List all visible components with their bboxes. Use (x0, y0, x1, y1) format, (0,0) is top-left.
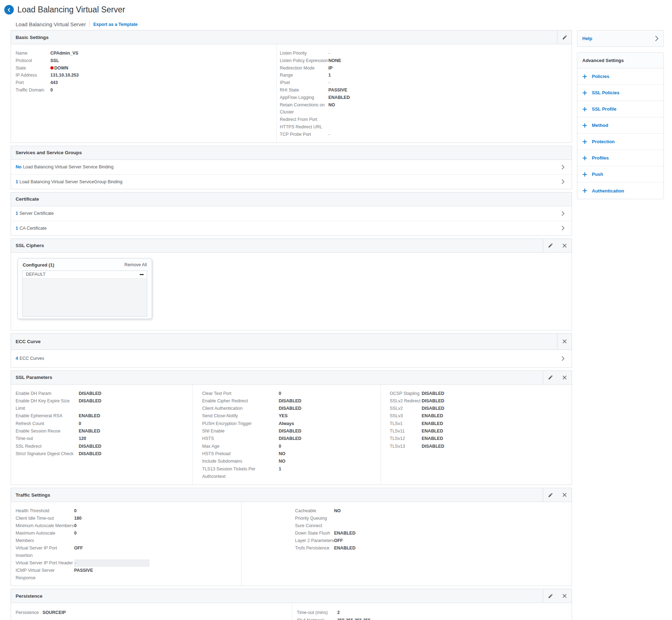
remove-cipher-button[interactable] (140, 274, 144, 275)
ssl-parameters-close-button[interactable] (557, 371, 572, 384)
field-value: DISABLED (422, 390, 444, 397)
traffic-settings-body: Health Threshold0Client Idle Time-out180… (11, 502, 572, 586)
ssl-parameters-column-3: OCSP StaplingDISABLEDSSLv2 RedirectDISAB… (381, 385, 572, 485)
traffic-settings-edit-button[interactable] (543, 488, 557, 502)
traffic-settings-panel: Traffic Settings Health Threshold0 (11, 488, 572, 586)
persistence-close-button[interactable] (557, 589, 572, 603)
field-row: Send Close-NotifyYES (202, 412, 381, 420)
close-icon (562, 244, 567, 248)
advanced-setting-label: Profiles (592, 155, 609, 161)
field-row: Time-out (mins)2 (297, 609, 572, 617)
field-label: Client Authentication (202, 405, 279, 412)
configured-ciphers-head: Configured (1) Remove All (18, 258, 152, 270)
ecc-curve-header: ECC Curve (11, 334, 572, 350)
binding-count: No (16, 164, 22, 169)
field-row: TCP Probe Port- (280, 131, 572, 138)
field-row: Virtual Server IP Port Header- (16, 559, 241, 567)
field-row: TLSv11ENABLED (390, 428, 572, 435)
persistence-body: PersistenceSOURCEIP Time-out (mins)2IPv4… (11, 603, 572, 620)
persistence-edit-button[interactable] (543, 589, 557, 603)
field-row: ICMP Virtual Server ResponsePASSIVE (16, 567, 241, 582)
persistence-left-column: PersistenceSOURCEIP (11, 603, 292, 620)
advanced-setting-label: Authentication (592, 188, 624, 194)
back-button[interactable] (4, 5, 14, 15)
basic-settings-body: NameCPAdmin_VSProtocolSSLStateDOWNIP Add… (11, 44, 572, 143)
ssl-parameters-column-1: Enable DH ParamDISABLEDEnable DH Key Exp… (11, 385, 192, 485)
breadcrumb-row: Load Balancing Virtual Server Export as … (16, 21, 672, 27)
field-label: Name (16, 50, 50, 57)
field-row: AppFlow LoggingENABLED (280, 94, 572, 101)
binding-row[interactable]: 1Load Balancing Virtual Server ServiceGr… (11, 174, 572, 189)
traffic-settings-close-button[interactable] (557, 488, 572, 502)
advanced-setting-item[interactable]: SSL Policies (577, 85, 663, 101)
field-label: Health Threshold (16, 507, 74, 515)
advanced-setting-item[interactable]: Profiles (577, 150, 663, 166)
binding-row[interactable]: 1CA Certificate (11, 221, 572, 235)
ssl-ciphers-edit-button[interactable] (543, 239, 557, 252)
advanced-setting-item[interactable]: Policies (577, 68, 663, 85)
chevron-left-icon (7, 8, 11, 12)
field-value: Always (279, 420, 294, 428)
field-value: DISABLED (279, 435, 301, 442)
binding-label: Load Balancing Virtual Server ServiceGro… (20, 179, 122, 184)
field-label: Send Close-Notify (202, 412, 279, 420)
basic-settings-right-column: Listen Priority-Listen Policy Expression… (276, 44, 572, 143)
ecc-curve-close-button[interactable] (557, 334, 572, 350)
advanced-setting-item[interactable]: Method (577, 117, 663, 134)
panel-title: Services and Service Groups (16, 150, 82, 155)
binding-row[interactable]: 4ECC Curves (11, 350, 572, 367)
advanced-setting-item[interactable]: Protection (577, 134, 663, 150)
field-label: Retain Connections on Cluster (280, 101, 328, 116)
field-label: TLSv1 (390, 420, 422, 428)
ssl-parameters-header: SSL Parameters (11, 371, 572, 385)
field-label: IP Address (16, 72, 50, 79)
ecc-curve-rows: 4ECC Curves (11, 350, 572, 367)
export-as-template-link[interactable]: Export as a Template (93, 22, 138, 27)
advanced-setting-item[interactable]: SSL Profile (577, 101, 663, 117)
field-row: HSTSDISABLED (202, 435, 381, 442)
advanced-setting-item[interactable]: Push (577, 166, 663, 183)
field-label: Priority Queuing (295, 515, 334, 522)
field-label: Traffic Domain (16, 86, 50, 94)
right-sidebar: Help Advanced Settings PoliciesSSL Polic… (577, 30, 664, 199)
field-label: Enable Session Reuse (16, 428, 79, 435)
field-label: SSLv3 (390, 412, 422, 420)
plus-icon (582, 74, 587, 79)
page-title: Load Balancing Virtual Server (17, 5, 125, 15)
help-label: Help (582, 36, 592, 41)
field-row: Strict Signature Digest CheckDISABLED (16, 450, 192, 458)
field-value: 1 (328, 72, 331, 79)
panel-title: Basic Settings (16, 35, 49, 40)
field-row: SNI EnableDISABLED (202, 428, 381, 435)
field-row: Health Threshold0 (16, 507, 241, 515)
remove-all-link[interactable]: Remove All (124, 262, 147, 267)
advanced-setting-item[interactable]: Authentication (577, 183, 663, 199)
field-value: 0 (279, 390, 281, 397)
field-value: SSL (50, 57, 59, 65)
ssl-ciphers-close-button[interactable] (557, 239, 572, 252)
field-label: OCSP Stapling (390, 390, 422, 397)
field-row: Enable Ephemeral RSAENABLED (16, 412, 192, 420)
plus-icon (582, 156, 587, 161)
ssl-parameters-edit-button[interactable] (543, 371, 557, 384)
main-content: Basic Settings NameCPAdmin_VSProtocolSSL… (11, 30, 572, 620)
basic-settings-edit-button[interactable] (557, 30, 572, 44)
field-value: 2 (337, 609, 340, 617)
field-value: IP (328, 65, 333, 72)
minus-icon (140, 274, 144, 275)
field-row: SSLv2DISABLED (390, 405, 572, 412)
field-row: OCSP StaplingDISABLED (390, 390, 572, 397)
field-row: SSLv3ENABLED (390, 412, 572, 420)
field-value: 255.255.255.255 (337, 617, 371, 620)
binding-label: Server Certificate (20, 211, 54, 216)
field-value: DISABLED (79, 450, 101, 458)
binding-row[interactable]: 1Server Certificate (11, 206, 572, 221)
field-row: Maximum Autoscale Members0 (16, 530, 241, 544)
binding-row[interactable]: NoLoad Balancing Virtual Server Service … (11, 160, 572, 174)
help-card[interactable]: Help (577, 30, 664, 47)
field-label: Client Idle Time-out (16, 515, 74, 522)
field-label: Redirect From Port (280, 116, 328, 123)
field-value: 131.10.10.253 (50, 72, 79, 79)
field-value: 0 (50, 86, 53, 94)
field-row: Priority Queuing (295, 515, 572, 522)
